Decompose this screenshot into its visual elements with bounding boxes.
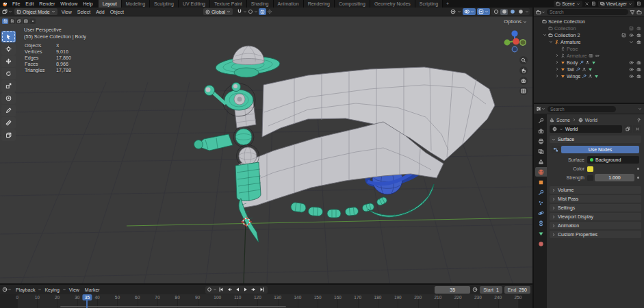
next-keyframe-button[interactable] bbox=[250, 286, 258, 293]
wrench-icon[interactable] bbox=[576, 67, 580, 72]
chevron-down-icon[interactable] bbox=[243, 10, 247, 14]
annotate-tool[interactable] bbox=[1, 105, 16, 116]
viewport-menu-add[interactable]: Add bbox=[93, 10, 107, 14]
measure-tool[interactable] bbox=[1, 117, 16, 129]
scale-tool[interactable] bbox=[1, 80, 16, 92]
checkbox-cell[interactable] bbox=[628, 26, 634, 31]
toggle-ortho-button[interactable] bbox=[519, 87, 528, 95]
new-collection-icon[interactable] bbox=[636, 10, 642, 15]
outliner-row-collection[interactable]: Collection bbox=[534, 25, 644, 31]
outliner-row-armature[interactable]: Armature bbox=[534, 52, 644, 59]
panel-volume[interactable]: Volume bbox=[550, 186, 641, 194]
eye-cell[interactable] bbox=[628, 74, 634, 79]
show-overlays-toggle[interactable] bbox=[463, 8, 476, 15]
viewport-header-toggle-1[interactable] bbox=[2, 18, 8, 24]
transform-orientation-dropdown[interactable]: Global bbox=[203, 8, 233, 15]
decorator-dot[interactable] bbox=[637, 168, 639, 170]
properties-search-input[interactable] bbox=[548, 106, 616, 112]
surface-shader-field[interactable]: Background bbox=[587, 156, 639, 164]
tab-scripting[interactable]: Scripting bbox=[415, 0, 443, 8]
camera-icon[interactable] bbox=[636, 40, 641, 44]
chevron-down-icon[interactable] bbox=[638, 107, 642, 111]
tab-rendering[interactable]: Rendering bbox=[304, 0, 335, 8]
snap-magnet-icon[interactable] bbox=[237, 9, 242, 14]
chevron-down-icon[interactable] bbox=[541, 107, 545, 111]
outliner-display-icon[interactable] bbox=[536, 10, 541, 15]
checkbox-icon[interactable] bbox=[621, 33, 626, 38]
properties-editor-icon[interactable] bbox=[536, 106, 541, 112]
play-reverse-button[interactable] bbox=[234, 286, 242, 293]
tab-shading[interactable]: Shading bbox=[247, 0, 274, 8]
camera-cell[interactable] bbox=[636, 33, 642, 38]
surface-panel-header[interactable]: Surface bbox=[550, 136, 641, 143]
viewport-editor-icon[interactable] bbox=[2, 9, 8, 14]
view-layer-selector[interactable]: ViewLayer bbox=[598, 1, 634, 7]
use-nodes-button[interactable]: Use Nodes bbox=[561, 146, 639, 153]
playhead[interactable]: 35 bbox=[86, 294, 88, 308]
timeline-type-button[interactable] bbox=[2, 287, 12, 292]
properties-tab-object-data[interactable] bbox=[535, 229, 547, 238]
tab-geometry-nodes[interactable]: Geometry Nodes bbox=[370, 0, 415, 8]
chevron-down-icon[interactable] bbox=[254, 10, 258, 14]
add-cube-tool[interactable] bbox=[1, 129, 16, 141]
timeline-editor-icon[interactable] bbox=[2, 287, 8, 292]
frame-end-field[interactable]: End250 bbox=[504, 286, 530, 294]
eye-cell[interactable] bbox=[628, 33, 634, 38]
expand-icon[interactable] bbox=[555, 60, 559, 64]
chevron-down-icon[interactable] bbox=[541, 10, 545, 14]
camera-cell[interactable] bbox=[636, 67, 642, 72]
jump-end-button[interactable] bbox=[259, 286, 266, 293]
properties-tab-modifiers[interactable] bbox=[535, 188, 547, 197]
wrench-icon[interactable] bbox=[582, 74, 587, 79]
camera-icon[interactable] bbox=[636, 33, 641, 38]
camera-cell[interactable] bbox=[636, 40, 642, 44]
action-icon[interactable] bbox=[589, 53, 593, 58]
unlink-icon[interactable] bbox=[633, 125, 641, 133]
eye-icon[interactable] bbox=[629, 60, 634, 65]
properties-tab-scene[interactable] bbox=[535, 157, 547, 166]
chevron-down-icon[interactable] bbox=[525, 10, 529, 14]
mode-dropdown[interactable]: Object Mode bbox=[14, 8, 57, 15]
timeline-menu-marker[interactable]: Marker bbox=[82, 287, 103, 292]
outliner-row-collection-2[interactable]: Collection 2 bbox=[534, 31, 644, 38]
data-icon[interactable] bbox=[588, 67, 593, 72]
solid-shading-button[interactable] bbox=[500, 9, 508, 15]
properties-tab-output[interactable] bbox=[535, 136, 547, 146]
tab-animation[interactable]: Animation bbox=[274, 0, 304, 8]
blender-logo[interactable] bbox=[0, 1, 10, 7]
panel-animation[interactable]: Animation bbox=[550, 222, 641, 229]
wireframe-shading-button[interactable] bbox=[492, 9, 500, 15]
breadcrumb-scene[interactable]: Scene bbox=[556, 118, 570, 123]
outliner-row-armature[interactable]: Armature bbox=[534, 38, 644, 45]
transform-tool[interactable] bbox=[1, 92, 16, 104]
camera-icon[interactable] bbox=[636, 74, 641, 79]
select-box-tool[interactable] bbox=[1, 31, 16, 42]
properties-tab-particles[interactable] bbox=[535, 198, 547, 207]
eye-icon[interactable] bbox=[629, 33, 634, 38]
viewport-menu-object[interactable]: Object bbox=[107, 10, 127, 14]
chevron-down-icon[interactable] bbox=[8, 287, 12, 292]
chevron-down-icon[interactable] bbox=[213, 287, 217, 292]
outliner-row-pose[interactable]: Pose bbox=[534, 45, 644, 52]
keying-clock-icon[interactable] bbox=[472, 287, 478, 292]
editor-type-button[interactable] bbox=[1, 9, 13, 14]
move-tool[interactable] bbox=[1, 55, 16, 67]
timeline-menu-playback[interactable]: Playback bbox=[13, 287, 38, 292]
filter-icon[interactable] bbox=[630, 10, 635, 15]
navigation-gizmo[interactable] bbox=[502, 29, 527, 53]
chevdown-icon[interactable] bbox=[629, 40, 634, 44]
properties-tab-tool[interactable] bbox=[535, 116, 547, 125]
data-icon[interactable] bbox=[594, 74, 599, 79]
scene-3d-canvas[interactable] bbox=[0, 16, 532, 283]
eye-cell[interactable] bbox=[628, 67, 634, 72]
show-gizmo-icon[interactable] bbox=[450, 9, 456, 14]
world-datablock-field[interactable]: World bbox=[550, 125, 622, 133]
tab-uv-editing[interactable]: UV Editing bbox=[179, 0, 210, 8]
outliner-row-wings[interactable]: Wings bbox=[534, 73, 644, 79]
chevron-down-icon[interactable] bbox=[8, 10, 12, 14]
expand-icon[interactable] bbox=[555, 74, 559, 78]
menu-window[interactable]: Window bbox=[57, 1, 80, 6]
chevron-down-icon[interactable] bbox=[457, 10, 461, 14]
pin-icon[interactable] bbox=[636, 118, 641, 123]
properties-tab-material[interactable] bbox=[535, 239, 547, 248]
